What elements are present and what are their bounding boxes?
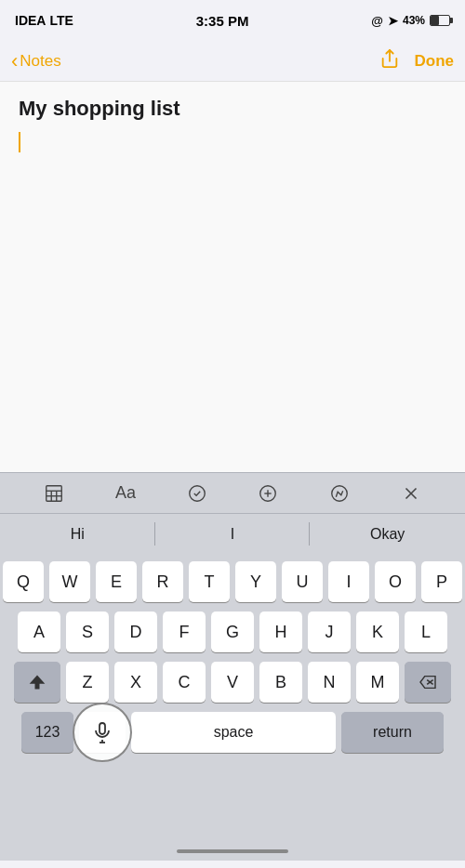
- return-key[interactable]: return: [341, 712, 444, 753]
- autocorrect-item-1[interactable]: Hi: [0, 514, 155, 554]
- autocorrect-item-3[interactable]: Okay: [310, 514, 465, 554]
- close-keyboard-button[interactable]: [394, 477, 428, 510]
- microphone-icon: [91, 721, 113, 743]
- key-row-1: Q W E R T Y U I O P: [3, 561, 462, 602]
- carrier-info: IDEA LTE: [15, 13, 73, 28]
- text-cursor: [19, 132, 20, 152]
- add-button[interactable]: [251, 477, 285, 510]
- at-icon: @: [371, 14, 383, 28]
- home-bar: [177, 849, 288, 853]
- key-f[interactable]: F: [163, 612, 206, 652]
- key-i[interactable]: I: [328, 561, 369, 602]
- keyboard-toolbar: Aa: [0, 472, 465, 513]
- space-key[interactable]: space: [131, 712, 336, 753]
- key-j[interactable]: J: [308, 612, 351, 652]
- checklist-button[interactable]: [180, 477, 214, 510]
- mic-circle-highlight: [73, 703, 132, 762]
- key-z[interactable]: Z: [66, 662, 109, 703]
- numbers-key[interactable]: 123: [21, 712, 73, 753]
- key-p[interactable]: P: [421, 561, 462, 602]
- key-x[interactable]: X: [114, 662, 157, 703]
- status-bar: IDEA LTE 3:35 PM @ ➤ 43%: [0, 0, 465, 41]
- key-m[interactable]: M: [356, 662, 399, 703]
- table-button[interactable]: [37, 477, 71, 510]
- key-d[interactable]: D: [114, 612, 157, 652]
- status-icons: @ ➤ 43%: [371, 14, 450, 28]
- key-y[interactable]: Y: [235, 561, 276, 602]
- key-r[interactable]: R: [142, 561, 183, 602]
- back-button[interactable]: ‹ Notes: [11, 51, 61, 72]
- network-label: LTE: [49, 13, 73, 28]
- key-w[interactable]: W: [49, 561, 90, 602]
- key-l[interactable]: L: [405, 612, 447, 652]
- nav-bar: ‹ Notes Done: [0, 41, 465, 82]
- key-q[interactable]: Q: [3, 561, 44, 602]
- markup-button[interactable]: [323, 477, 356, 510]
- key-s[interactable]: S: [66, 612, 109, 652]
- key-a[interactable]: A: [18, 612, 60, 652]
- svg-rect-15: [100, 723, 105, 734]
- time-display: 3:35 PM: [196, 13, 249, 29]
- battery-percentage: 43%: [403, 14, 425, 27]
- note-content-area[interactable]: My shopping list: [0, 82, 465, 472]
- format-button[interactable]: Aa: [109, 477, 142, 510]
- svg-point-6: [189, 485, 205, 501]
- key-g[interactable]: G: [211, 612, 254, 652]
- key-e[interactable]: E: [96, 561, 137, 602]
- shift-key[interactable]: [14, 662, 60, 703]
- share-button[interactable]: [379, 48, 400, 73]
- svg-rect-1: [46, 485, 62, 501]
- location-arrow-icon: ➤: [388, 14, 398, 28]
- key-h[interactable]: H: [259, 612, 302, 652]
- keyboard: Q W E R T Y U I O P A S D F G H J K L Z …: [0, 554, 465, 842]
- autocorrect-bar: Hi I Okay: [0, 513, 465, 554]
- key-n[interactable]: N: [308, 662, 351, 703]
- key-row-3: Z X C V B N M: [3, 662, 462, 703]
- key-row-2: A S D F G H J K L: [3, 612, 462, 652]
- key-b[interactable]: B: [259, 662, 302, 703]
- carrier-label: IDEA: [15, 13, 46, 28]
- nav-actions: Done: [379, 48, 455, 73]
- key-t[interactable]: T: [189, 561, 230, 602]
- back-label: Notes: [20, 52, 60, 71]
- note-title: My shopping list: [19, 97, 446, 121]
- done-button[interactable]: Done: [415, 52, 455, 71]
- chevron-left-icon: ‹: [11, 51, 18, 72]
- format-text-icon: Aa: [115, 483, 136, 503]
- autocorrect-item-2[interactable]: I: [155, 514, 311, 554]
- key-k[interactable]: K: [356, 612, 399, 652]
- key-o[interactable]: O: [375, 561, 416, 602]
- home-indicator: [0, 842, 465, 861]
- microphone-key[interactable]: [79, 712, 126, 753]
- key-row-4: 123 space return: [3, 712, 462, 753]
- key-u[interactable]: U: [282, 561, 323, 602]
- key-c[interactable]: C: [163, 662, 206, 703]
- battery-icon: [430, 15, 450, 26]
- key-v[interactable]: V: [211, 662, 254, 703]
- delete-key[interactable]: [405, 662, 451, 703]
- note-cursor-line: [19, 132, 446, 156]
